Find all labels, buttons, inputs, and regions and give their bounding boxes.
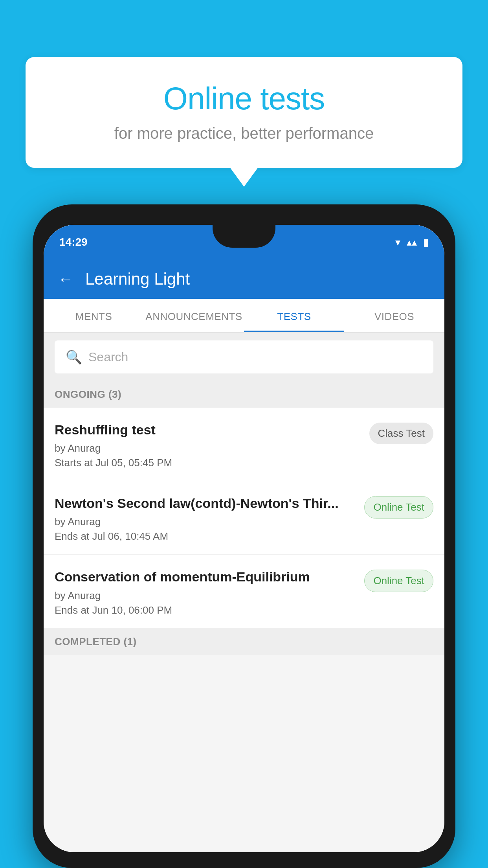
tab-videos[interactable]: VIDEOS	[344, 299, 444, 332]
tab-assignments[interactable]: MENTS	[44, 299, 144, 332]
phone-screen: 14:29 ▾ ▴▴ ▮ ← Learning Light MENTS	[44, 225, 444, 852]
bubble-title: Online tests	[57, 81, 431, 117]
status-icons: ▾ ▴▴ ▮	[395, 236, 429, 248]
test-date: Ends at Jun 10, 06:00 PM	[55, 604, 356, 616]
speech-bubble: Online tests for more practice, better p…	[26, 57, 462, 168]
status-time: 14:29	[59, 236, 88, 248]
test-date: Ends at Jul 06, 10:45 AM	[55, 530, 356, 542]
test-title: Conservation of momentum-Equilibrium	[55, 568, 356, 585]
app-title: Learning Light	[85, 270, 190, 289]
class-test-badge: Class Test	[369, 423, 433, 444]
status-bar: 14:29 ▾ ▴▴ ▮	[44, 225, 444, 259]
test-list: Reshuffling test by Anurag Starts at Jul…	[44, 408, 444, 629]
test-author: by Anurag	[55, 442, 361, 454]
ongoing-label: ONGOING (3)	[55, 388, 121, 400]
tabs-bar: MENTS ANNOUNCEMENTS TESTS VIDEOS	[44, 299, 444, 333]
tab-announcements[interactable]: ANNOUNCEMENTS	[144, 299, 244, 332]
completed-label: COMPLETED (1)	[55, 636, 137, 647]
test-info: Newton's Second law(contd)-Newton's Thir…	[55, 495, 356, 542]
test-date: Starts at Jul 05, 05:45 PM	[55, 457, 361, 469]
test-info: Conservation of momentum-Equilibrium by …	[55, 568, 356, 616]
back-button[interactable]: ←	[58, 270, 73, 288]
test-item[interactable]: Conservation of momentum-Equilibrium by …	[44, 555, 444, 628]
camera-notch	[213, 225, 275, 248]
phone-frame: 14:29 ▾ ▴▴ ▮ ← Learning Light MENTS	[33, 204, 455, 868]
test-item[interactable]: Reshuffling test by Anurag Starts at Jul…	[44, 408, 444, 481]
battery-icon: ▮	[423, 236, 429, 248]
online-test-badge-2: Online Test	[364, 570, 433, 592]
search-container: 🔍 Search	[44, 333, 444, 381]
signal-icon: ▴▴	[407, 236, 417, 248]
ongoing-section-header: ONGOING (3)	[44, 381, 444, 408]
app-header: ← Learning Light	[44, 259, 444, 299]
test-author: by Anurag	[55, 590, 356, 602]
test-title: Newton's Second law(contd)-Newton's Thir…	[55, 495, 356, 512]
online-test-badge: Online Test	[364, 496, 433, 519]
test-title: Reshuffling test	[55, 421, 361, 438]
tab-tests[interactable]: TESTS	[244, 299, 344, 332]
test-author: by Anurag	[55, 516, 356, 528]
bubble-subtitle: for more practice, better performance	[57, 125, 431, 142]
test-item[interactable]: Newton's Second law(contd)-Newton's Thir…	[44, 481, 444, 555]
test-info: Reshuffling test by Anurag Starts at Jul…	[55, 421, 361, 469]
search-input-box[interactable]: 🔍 Search	[55, 340, 433, 373]
speech-bubble-container: Online tests for more practice, better p…	[26, 57, 462, 168]
search-placeholder: Search	[88, 350, 128, 364]
search-icon: 🔍	[66, 349, 82, 365]
wifi-icon: ▾	[395, 236, 400, 248]
completed-section-header: COMPLETED (1)	[44, 629, 444, 655]
